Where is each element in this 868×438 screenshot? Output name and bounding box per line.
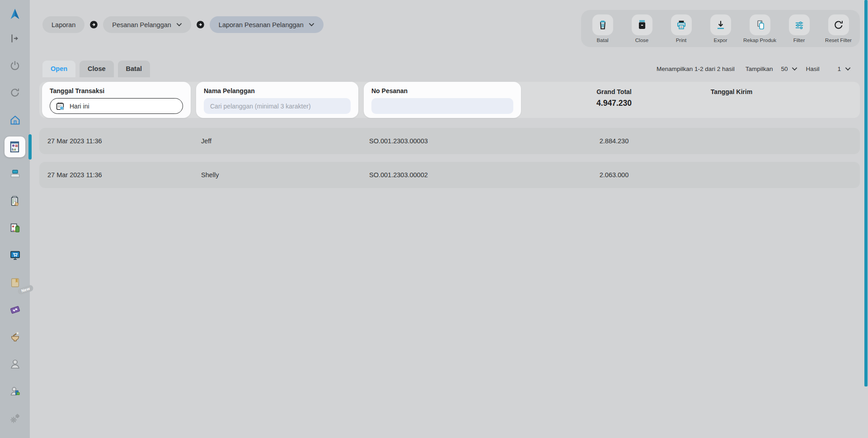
scrollbar-thumb[interactable] [864, 0, 868, 386]
page-value: 1 [837, 66, 841, 72]
pagination: Menampilkan 1-2 dari 2 hasil Tampilkan 5… [657, 66, 851, 72]
tool-label: Filter [793, 38, 805, 43]
no-pesanan-input[interactable] [371, 98, 513, 114]
tanggal-kirim-header-cell: Tanggal Kirim [704, 82, 759, 118]
filter-card-nama-pelanggan: Nama Pelanggan [196, 82, 358, 118]
tanggal-kirim-header: Tanggal Kirim [704, 88, 759, 95]
sidebar-item-online-store[interactable] [5, 245, 25, 266]
expor-button[interactable]: Expor [701, 14, 740, 43]
tool-label: Rekap Produk [743, 38, 776, 43]
sidebar-item-power[interactable] [5, 55, 25, 76]
sidebar: New [0, 0, 30, 438]
per-page-value: 50 [781, 66, 788, 72]
grand-total-header-cell: Grand Total 4.947.230 [524, 82, 704, 118]
grand-total-header: Grand Total [524, 88, 704, 95]
sidebar-item-refresh[interactable] [5, 82, 25, 103]
logout-icon [9, 33, 21, 44]
filter-label: Nama Pelanggan [204, 87, 351, 94]
chevron-down-icon [176, 23, 182, 27]
tool-label: Close [635, 38, 648, 43]
table-row[interactable]: 27 Mar 2023 11:36 Shelly SO.001.2303.000… [39, 162, 860, 188]
toolbar: Batal Close [581, 10, 860, 47]
printer-icon [671, 14, 692, 35]
mortar-pestle-icon [9, 331, 21, 343]
sidebar-item-compounding[interactable] [5, 326, 25, 347]
sidebar-item-reports[interactable] [5, 137, 25, 157]
stock-clipboard-icon [9, 195, 21, 207]
breadcrumb: Laporan Pesanan Pelanggan Laporan Pesana… [42, 16, 324, 33]
per-page-label: Tampilkan [746, 66, 773, 72]
results-summary: Menampilkan 1-2 dari 2 hasil [657, 66, 735, 72]
refresh-icon [9, 87, 21, 99]
print-button[interactable]: Print [662, 14, 701, 43]
breadcrumb-arrow-icon [89, 20, 99, 29]
sidebar-item-cash-register[interactable] [5, 164, 25, 184]
breadcrumb-laporan[interactable]: Laporan [42, 16, 84, 33]
trash-icon [592, 14, 613, 35]
filter-label: No Pesanan [371, 87, 513, 94]
customer-icon [9, 358, 21, 370]
filter-label: Tanggal Transaksi [50, 87, 183, 94]
breadcrumb-pesanan-pelanggan[interactable]: Pesanan Pelanggan [103, 16, 191, 33]
filter-card-no-pesanan: No Pesanan [364, 82, 521, 118]
sidebar-item-supplier[interactable] [5, 381, 25, 401]
app-root: New [0, 0, 868, 438]
cell-tanggal-transaksi: 27 Mar 2023 11:36 [39, 171, 193, 179]
sidebar-item-customer[interactable] [5, 353, 25, 374]
tool-label: Expor [713, 38, 727, 43]
cell-nama-pelanggan: Shelly [193, 171, 361, 179]
tool-label: Batal [596, 38, 608, 43]
archive-icon [632, 14, 652, 35]
app-logo-icon[interactable] [5, 4, 25, 25]
close-button[interactable]: Close [622, 14, 662, 43]
chevron-down-icon [309, 23, 314, 27]
breadcrumb-laporan-pesanan-pelanggan[interactable]: Laporan Pesanan Pelanggan [210, 16, 324, 33]
promo-tag-icon [9, 304, 21, 316]
tabs-row: Open Close Batal Menampilkan 1-2 dari 2 … [42, 60, 851, 77]
pharmacy-icon [9, 222, 21, 235]
tab-batal[interactable]: Batal [118, 61, 150, 77]
filter-card-tanggal-transaksi: Tanggal Transaksi Hari ini [42, 82, 191, 118]
cell-no-pesanan: SO.001.2303.00003 [361, 137, 524, 145]
cell-grand-total: 2.063.000 [524, 171, 704, 179]
sidebar-item-settings[interactable] [5, 408, 25, 429]
filter-button[interactable]: Filter [779, 14, 819, 43]
reset-icon [828, 14, 849, 35]
cell-tanggal-transaksi: 27 Mar 2023 11:36 [39, 137, 193, 145]
online-store-icon [9, 250, 21, 262]
band-spacer [759, 82, 860, 118]
per-page-select[interactable]: 50 [781, 66, 798, 72]
settings-gears-icon [9, 412, 21, 424]
rekap-produk-button[interactable]: Rekap Produk [740, 14, 779, 43]
sidebar-item-catalog[interactable]: New [5, 272, 25, 293]
breadcrumb-label: Laporan [52, 21, 75, 28]
tanggal-transaksi-input[interactable]: Hari ini [50, 98, 183, 114]
reset-filter-button[interactable]: Reset Filter [819, 14, 858, 43]
catalog-icon [9, 277, 21, 289]
cell-grand-total: 2.884.230 [524, 137, 704, 145]
page-label: Hasil [806, 66, 819, 72]
breadcrumb-label: Pesanan Pelanggan [112, 21, 171, 28]
batal-button[interactable]: Batal [583, 14, 622, 43]
tab-close[interactable]: Close [80, 61, 114, 77]
home-icon [9, 114, 21, 126]
power-icon [9, 60, 21, 71]
cell-no-pesanan: SO.001.2303.00002 [361, 171, 524, 179]
tool-label: Print [676, 38, 687, 43]
sidebar-item-promo[interactable] [5, 299, 25, 320]
sidebar-item-stock[interactable] [5, 191, 25, 212]
cash-register-icon [9, 168, 21, 180]
app-logo-icon [8, 8, 22, 21]
reports-icon [9, 141, 21, 153]
cell-nama-pelanggan: Jeff [193, 137, 361, 145]
tab-open[interactable]: Open [42, 61, 75, 77]
breadcrumb-arrow-icon [196, 20, 205, 29]
sidebar-item-pharmacy[interactable] [5, 218, 25, 239]
page-select[interactable]: 1 [837, 66, 851, 72]
sidebar-item-home[interactable] [5, 109, 25, 130]
tanggal-transaksi-value: Hari ini [70, 103, 89, 110]
sidebar-item-logout[interactable] [5, 28, 25, 49]
nama-pelanggan-input[interactable] [204, 98, 351, 114]
status-tabs: Open Close Batal [42, 61, 150, 77]
table-row[interactable]: 27 Mar 2023 11:36 Jeff SO.001.2303.00003… [39, 128, 860, 154]
